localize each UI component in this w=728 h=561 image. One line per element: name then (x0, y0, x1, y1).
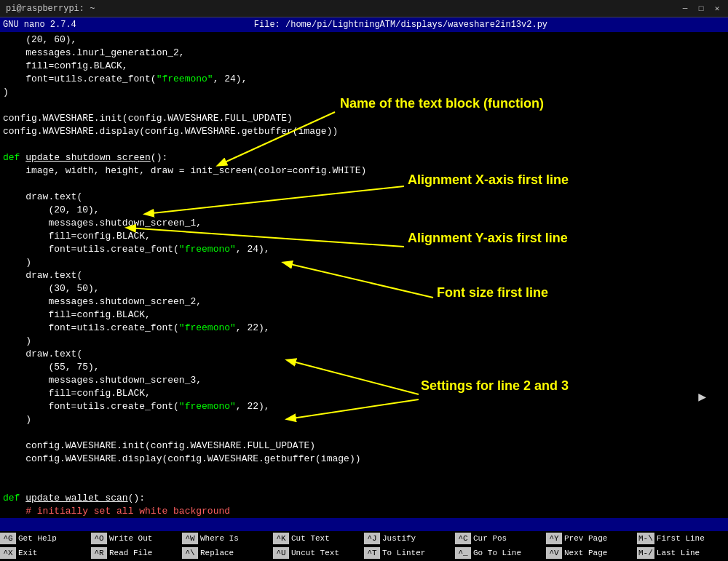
shortcut-where-is[interactable]: ^W Where Is (182, 531, 273, 546)
code-line: image, width, height, draw = init_screen… (0, 164, 728, 178)
shortcut-first-line[interactable]: M-\ First Line (637, 531, 728, 546)
code-line: config.WAVESHARE.init(config.WAVESHARE.F… (0, 439, 728, 453)
status-bar (0, 518, 728, 531)
title-bar-controls: ─ □ ✕ (680, 4, 722, 14)
shortcut-get-help[interactable]: ^G Get Help (0, 531, 91, 546)
code-line: messages.shutdown_screen_2, (0, 295, 728, 309)
code-line: ) (0, 256, 728, 269)
code-line: messages.shutdown_screen_3, (0, 374, 728, 387)
code-line: # initially set all white background (0, 505, 728, 518)
code-line: messages.lnurl_generation_2, (0, 47, 728, 60)
minimize-button[interactable]: ─ (680, 4, 690, 14)
maximize-button[interactable]: □ (696, 4, 706, 14)
code-line: fill=config.BLACK, (0, 387, 728, 400)
shortcut-to-linter[interactable]: ^T To Linter (364, 546, 455, 560)
title-bar-left: pi@raspberrypi: ~ (6, 4, 95, 14)
code-line: draw.text( (0, 191, 728, 204)
code-line: (55, 75), (0, 361, 728, 374)
shortcut-exit[interactable]: ^X Exit (0, 546, 91, 560)
file-path: File: /home/pi/LightningATM/displays/wav… (254, 20, 547, 30)
code-line: draw.text( (0, 269, 728, 282)
code-line (0, 426, 728, 439)
code-line: font=utils.create_font("freemono", 22), (0, 400, 728, 413)
shortcuts-bar: ^G Get Help ^O Write Out ^W Where Is ^K … (0, 531, 728, 560)
code-line (0, 466, 728, 479)
status-text (3, 520, 8, 530)
code-line: (20, 10), (0, 204, 728, 217)
annotation-3: Alignment Y-axis first line (408, 231, 568, 246)
editor[interactable]: (20, 60), messages.lnurl_generation_2, f… (0, 32, 728, 518)
shortcut-go-to-line[interactable]: ^_ Go To Line (455, 546, 546, 560)
nano-version: GNU nano 2.7.4 (3, 20, 76, 30)
shortcut-row-2: ^X Exit ^R Read File ^\ Replace ^U Uncut… (0, 546, 728, 560)
mouse-cursor: ▶ (698, 389, 706, 405)
code-line: def update_wallet_scan(): (0, 492, 728, 505)
code-line: draw.text( (0, 348, 728, 361)
code-line: messages.shutdown_screen_1, (0, 217, 728, 230)
title-bar: pi@raspberrypi: ~ ─ □ ✕ (0, 0, 728, 17)
annotation-4: Font size first line (437, 285, 548, 301)
code-line: config.WAVESHARE.init(config.WAVESHARE.F… (0, 112, 728, 125)
code-line: fill=config.BLACK, (0, 60, 728, 73)
code-line (0, 138, 728, 151)
code-line: fill=config.BLACK, (0, 309, 728, 322)
annotation-2: Alignment X-axis first line (408, 172, 569, 188)
shortcut-cut-text[interactable]: ^K Cut Text (273, 531, 364, 546)
code-line (0, 178, 728, 191)
shortcut-cur-pos[interactable]: ^C Cur Pos (455, 531, 546, 546)
shortcut-last-line[interactable]: M-/ Last Line (637, 546, 728, 560)
nano-header: GNU nano 2.7.4 File: /home/pi/LightningA… (0, 17, 728, 32)
code-line: font=utils.create_font("freemono", 24), (0, 243, 728, 256)
shortcut-prev-page[interactable]: ^Y Prev Page (546, 531, 637, 546)
code-line: (30, 50), (0, 282, 728, 295)
close-button[interactable]: ✕ (712, 4, 722, 14)
code-line: def update_shutdown_screen(): (0, 151, 728, 164)
code-line: fill=config.BLACK, (0, 230, 728, 243)
shortcut-justify[interactable]: ^J Justify (364, 531, 455, 546)
shortcut-write-out[interactable]: ^O Write Out (91, 531, 182, 546)
code-line: (20, 60), (0, 33, 728, 47)
shortcut-replace[interactable]: ^\ Replace (182, 546, 273, 560)
shortcut-next-page[interactable]: ^V Next Page (546, 546, 637, 560)
annotation-1: Name of the text block (function) (340, 96, 544, 111)
annotation-5: Settings for line 2 and 3 (421, 378, 569, 394)
code-line: ) (0, 413, 728, 426)
code-line: config.WAVESHARE.display(config.WAVESHAR… (0, 453, 728, 466)
shortcut-read-file[interactable]: ^R Read File (91, 546, 182, 560)
code-line: font=utils.create_font("freemono", 22), (0, 322, 728, 335)
code-line: ) (0, 335, 728, 348)
code-line (0, 479, 728, 492)
terminal-title: pi@raspberrypi: ~ (6, 4, 95, 14)
code-line: font=utils.create_font("freemono", 24), (0, 73, 728, 86)
shortcut-uncut-text[interactable]: ^U Uncut Text (273, 546, 364, 560)
code-line: config.WAVESHARE.display(config.WAVESHAR… (0, 125, 728, 138)
shortcut-row-1: ^G Get Help ^O Write Out ^W Where Is ^K … (0, 531, 728, 546)
